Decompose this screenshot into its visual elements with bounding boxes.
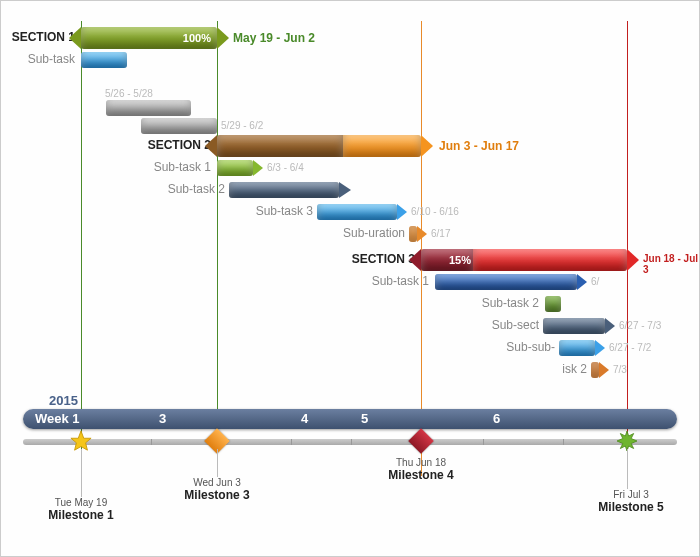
s2-task3-arrow xyxy=(397,204,407,220)
mline-5 xyxy=(627,449,628,489)
s3-task3-note: 6/27 - 7/3 xyxy=(619,320,661,331)
section2-range: Jun 3 - Jun 17 xyxy=(439,139,519,153)
s2-task3: Sub-task 3 6/10 - 6/16 xyxy=(1,201,699,223)
s3-task1: Sub-task 1 6/ xyxy=(1,271,699,293)
week-1: Week 1 xyxy=(35,411,80,426)
section3-pct: 15% xyxy=(437,254,471,266)
section3-label: SECTION 3 xyxy=(1,252,415,266)
s3-task1-bar xyxy=(435,274,577,290)
week-4: 4 xyxy=(301,411,308,426)
svg-marker-0 xyxy=(71,431,91,450)
section3-arrow-l xyxy=(409,249,421,271)
s3-task5-note: 7/3 xyxy=(613,364,627,375)
svg-marker-1 xyxy=(617,431,637,451)
s3-task1-label: Sub-task 1 xyxy=(1,274,429,288)
milestone-3-label: Milestone 3 xyxy=(177,488,257,502)
s3-task3-label: Sub-sect xyxy=(1,318,539,332)
s2-task4-bar xyxy=(409,226,417,242)
section2-bar-b xyxy=(343,135,421,157)
s1-task1-bar xyxy=(81,52,127,68)
s3-task1-note: 6/ xyxy=(591,276,599,287)
s2-task4-label: Sub-uration xyxy=(1,226,405,240)
s1-task1: Sub-task xyxy=(1,49,699,71)
s2-task2-bar xyxy=(229,182,339,198)
gantt-chart: SECTION 1 100% May 19 - Jun 2 Sub-task 5… xyxy=(0,0,700,557)
s3-task5-bar xyxy=(591,362,599,378)
s3-task2: Sub-task 2 xyxy=(1,293,699,315)
s2-task3-note: 6/10 - 6/16 xyxy=(411,206,459,217)
section1-range: May 19 - Jun 2 xyxy=(233,31,315,45)
week-axis: Week 1 3 4 5 6 xyxy=(23,409,677,429)
s2-task2-arrow xyxy=(339,182,351,198)
s1-task1-label: Sub-task xyxy=(1,52,75,66)
s3-task5-label: isk 2 xyxy=(1,362,587,376)
s2-task4: Sub-uration 6/17 xyxy=(1,223,699,245)
section2-label: SECTION 2 xyxy=(1,138,211,152)
s2-task2-label: Sub-task 2 xyxy=(1,182,225,196)
milestone-1-label: Milestone 1 xyxy=(41,508,121,522)
section2-row: SECTION 2 Jun 3 - Jun 17 xyxy=(1,135,699,157)
week-5: 5 xyxy=(361,411,368,426)
s2-task2: Sub-task 2 xyxy=(1,179,699,201)
year-label: 2015 xyxy=(49,393,78,408)
s3-task4-label: Sub-sub- xyxy=(1,340,555,354)
s2-task1-label: Sub-task 1 xyxy=(1,160,211,174)
section2-bar-a xyxy=(217,135,343,157)
milestone-4-date: Thu Jun 18 xyxy=(396,457,446,468)
milestone-1-date: Tue May 19 xyxy=(55,497,107,508)
section1-bar-arrow-r xyxy=(217,27,229,49)
section3-row: SECTION 3 15% Jun 18 - Jul 3 xyxy=(1,249,699,271)
section1-label: SECTION 1 xyxy=(1,30,75,44)
week-3: 3 xyxy=(159,411,166,426)
burst-icon xyxy=(617,431,637,451)
milestone-1: Tue May 19 Milestone 1 xyxy=(41,497,121,522)
milestone-4: Thu Jun 18 Milestone 4 xyxy=(381,457,461,482)
section1-bar-arrow-l xyxy=(69,27,81,49)
s3-task2-bar xyxy=(545,296,561,312)
s3-task3-arrow xyxy=(605,318,615,334)
s2-task1-bar xyxy=(217,160,253,176)
s1-task2-bar xyxy=(106,100,191,116)
s3-task1-arrow xyxy=(577,274,587,290)
s3-task4-bar xyxy=(559,340,595,356)
section1-row: SECTION 1 100% May 19 - Jun 2 xyxy=(1,27,699,49)
diamond-icon xyxy=(408,428,433,453)
s1-task3-bar xyxy=(141,118,217,134)
s3-task3-bar xyxy=(543,318,605,334)
s2-task1-note: 6/3 - 6/4 xyxy=(267,162,304,173)
s3-task2-label: Sub-task 2 xyxy=(1,296,539,310)
section2-arrow-l xyxy=(205,135,217,157)
s3-task4-note: 6/27 - 7/2 xyxy=(609,342,651,353)
s1-task3: 5/29 - 6/2 xyxy=(1,115,699,137)
s3-task4: Sub-sub- 6/27 - 7/2 xyxy=(1,337,699,359)
milestone-5: Fri Jul 3 Milestone 5 xyxy=(591,489,671,514)
milestone-3: Wed Jun 3 Milestone 3 xyxy=(177,477,257,502)
mline-3 xyxy=(217,449,218,477)
s2-task1: Sub-task 1 6/3 - 6/4 xyxy=(1,157,699,179)
section3-arrow-r xyxy=(627,249,639,271)
s3-task5-arrow xyxy=(599,362,609,378)
milestone-4-label: Milestone 4 xyxy=(381,468,461,482)
s2-task4-arrow xyxy=(417,226,427,242)
s3-task4-arrow xyxy=(595,340,605,356)
s3-task3: Sub-sect 6/27 - 7/3 xyxy=(1,315,699,337)
milestone-3-date: Wed Jun 3 xyxy=(193,477,241,488)
mline-1 xyxy=(81,449,82,497)
milestone-5-date: Fri Jul 3 xyxy=(613,489,649,500)
milestone-5-label: Milestone 5 xyxy=(591,500,671,514)
section3-bar-b xyxy=(473,249,627,271)
s2-task3-bar xyxy=(317,204,397,220)
s2-task4-note: 6/17 xyxy=(431,228,450,239)
milestone-axis xyxy=(23,439,677,445)
s3-task5: isk 2 7/3 xyxy=(1,359,699,381)
s2-task1-arrow xyxy=(253,160,263,176)
s2-task3-label: Sub-task 3 xyxy=(1,204,313,218)
section2-arrow-r xyxy=(421,135,433,157)
section1-pct: 100% xyxy=(161,32,211,44)
week-6: 6 xyxy=(493,411,500,426)
s1-task3-note: 5/29 - 6/2 xyxy=(221,120,263,131)
